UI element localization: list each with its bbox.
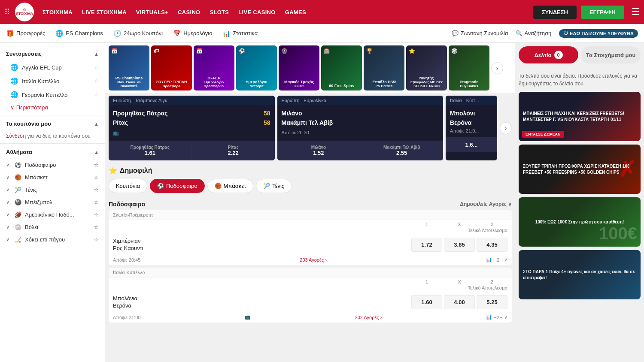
match-2-odds-2[interactable]: 5.25	[477, 295, 507, 309]
site-logo[interactable]: 🎲STOIXIMA	[15, 3, 34, 21]
odds-away-2[interactable]: Μακάμπι Τελ Αβίβ 2.55	[360, 141, 443, 160]
sidebar-sport-tennis[interactable]: ∨ 🎾 Τένις ☆	[0, 184, 105, 196]
promo-card-pragmatic[interactable]: 🎲 Pragmatic Buy Bonus	[449, 45, 489, 90]
match-1-odds: 1.72 3.85 4.35	[411, 238, 507, 252]
promo-card-nikitis[interactable]: ⭐ Νικητής Εβδομάδας ΜΕ C27 ΚΕΡΔΙΣΕ €6.30…	[406, 45, 447, 90]
my-bets-tab[interactable]: Τα Στοιχήματά μου	[581, 46, 641, 63]
fav-basketball[interactable]: ☆	[94, 174, 99, 181]
sports-header[interactable]: Αθλήματα ▲	[0, 145, 105, 159]
search-button[interactable]: 🔍 Αναζήτηση	[516, 30, 551, 36]
banner-ps-cta[interactable]: ΕΝΤΑΣΣΕ ΔΩΡΕΑΝ	[522, 131, 564, 138]
my-coupons-header[interactable]: Τα κουπόνια μου ▲	[0, 117, 105, 130]
subnav-calendar[interactable]: 📅 Ημερολόγιο	[173, 30, 212, 37]
promo-card-pschampions[interactable]: 📅 PS Champions Μαν. Γιουν. vs Νιούκαστλ	[109, 45, 149, 90]
nav-games[interactable]: GAMES	[285, 9, 306, 15]
subnav-offers[interactable]: 🎁 Προσφορές	[6, 30, 45, 37]
login-link[interactable]: Σύνδεση	[6, 133, 26, 139]
promo-card-freespins[interactable]: 🎰 60 Free Spins	[321, 45, 362, 90]
nav-live-casino[interactable]: LIVE CASINO	[238, 9, 275, 15]
betslip-label: Δελτίο	[534, 52, 551, 58]
favorite-icon-2[interactable]: ☆	[94, 78, 99, 84]
promo-card-battles[interactable]: 🏆 Έπαθλο PS5! PS Battles	[364, 45, 404, 90]
popular-markets-dropdown[interactable]: Δημοφιλείς Αγορές ∨	[460, 201, 512, 207]
subnav-stats[interactable]: 📊 Στατιστικά	[222, 30, 258, 37]
promo-banner-para1[interactable]: ΣΤΟ ΠΑΡΑ 1 Παίξε 4+ αγώνες και αν χάσεις…	[519, 250, 641, 299]
sidebar-sport-american-football[interactable]: ∨ 🏈 Αμερικάνικο Ποδό... ☆	[0, 208, 105, 221]
tab-basketball[interactable]: 🏀 Μπάσκετ	[207, 179, 254, 193]
sidebar-item-germany-cup[interactable]: 🌐 Γερμανία Κύπελλο ☆	[0, 88, 105, 102]
register-button[interactable]: ΕΓΓΡΑΦΗ	[581, 6, 624, 19]
team1-score: 58	[264, 110, 270, 117]
sidebar-sport-baseball[interactable]: ∨ 🎱 Μπέιζμπολ ☆	[0, 196, 105, 208]
sidebar-item-england-efl[interactable]: 🌐 Αγγλία EFL Cup ☆	[0, 60, 105, 74]
sidebar: Συντομεύσεις ▲ 🌐 Αγγλία EFL Cup ☆ 🌐 Ιταλ…	[0, 43, 105, 362]
nav-slots[interactable]: SLOTS	[210, 9, 229, 15]
live-matches-next-button[interactable]: ›	[500, 122, 512, 134]
sidebar-sport-football[interactable]: ∨ ⚽ Ποδόσφαιρο ☆	[0, 159, 105, 171]
favorite-icon-3[interactable]: ☆	[94, 92, 99, 98]
match-2-markets[interactable]: 202 Αγορές ›	[355, 315, 382, 320]
favorite-icon[interactable]: ☆	[94, 64, 99, 70]
fav-volleyball[interactable]: ☆	[94, 224, 99, 230]
sidebar-sport-hockey[interactable]: ∨ 🏒 Χόκεϊ επί πάγου ☆	[0, 233, 105, 246]
sidebar-sport-volleyball[interactable]: ∨ 🏐 Βόλεϊ ☆	[0, 221, 105, 233]
nav-stoixima[interactable]: ΣΤΟΙΧΗΜΑ	[43, 9, 73, 15]
match-2-h2h[interactable]: 📊 H2H ∨	[486, 314, 507, 320]
am-football-label: Αμερικάνικο Ποδό...	[25, 211, 74, 218]
match-1-h2h[interactable]: 📊 H2H ∨	[486, 257, 507, 262]
fav-am-football[interactable]: ☆	[94, 211, 99, 218]
grid-icon[interactable]: ⠿	[4, 7, 10, 17]
odds-home-3[interactable]: 1.6...	[446, 137, 497, 152]
sidebar-sport-basketball[interactable]: ∨ 🏀 Μπάσκετ ☆	[0, 171, 105, 184]
match-1-odds-x[interactable]: 3.85	[444, 238, 475, 252]
sidebar-divider-2	[0, 143, 105, 144]
promo-card-hmerologio[interactable]: ⚽ Ημερολόγιο Μετρητά	[236, 45, 277, 90]
sidebar-more-shortcuts[interactable]: ∨ Περισσότερα	[0, 102, 105, 113]
team1-name: Προμηθέας Πάτρας	[113, 110, 168, 117]
subnav-pschampions-label: PS Champions	[66, 30, 103, 36]
match-row-2: Ιταλία-Κυπέλλο 1 Χ 2 Τελικό Αποτελεσμα Μ…	[109, 268, 512, 323]
shortcuts-header[interactable]: Συντομεύσεις ▲	[0, 47, 105, 60]
promo-card-magic[interactable]: 🎡 Μαγικός Τροχός 3.000€	[279, 45, 319, 90]
globe-icon: 🌐	[55, 30, 64, 37]
promo-wheel-icon: 🎡	[281, 48, 288, 54]
match-2-odds-1[interactable]: 1.60	[411, 295, 442, 309]
live-chat-button[interactable]: 💬 Ζωντανή Συνομιλία	[452, 30, 508, 36]
promo-banner-triple[interactable]: ΣΟΥΠΕΡ ΤΡΙΠΛΗ ΠΡΟΣΦΟΡΑ ΧΩΡΙΣ ΚΑΤΑΘΕΣΗ 10…	[519, 145, 641, 194]
promo-next-button[interactable]: ›	[491, 62, 503, 74]
match-1-odds-2[interactable]: 4.35	[477, 238, 507, 252]
tab-tennis[interactable]: 🎾 Τένις	[256, 179, 292, 193]
match-2-team1: Μπολόνια	[113, 295, 408, 302]
tab-football[interactable]: ⚽ Ποδόσφαιρο	[150, 179, 205, 193]
betslip-tab[interactable]: Δελτίο 0	[519, 46, 578, 63]
login-button[interactable]: ΣΥΝΔΕΣΗ	[533, 6, 577, 19]
hamburger-icon[interactable]: ☰	[631, 6, 640, 18]
match-1-odds-1[interactable]: 1.72	[411, 238, 442, 252]
responsible-gaming-badge[interactable]: 🛡 ΕΑΩ ΠΑΙΖΟΥΜΕ ΥΠΕΥΘΥΝΑ	[559, 29, 638, 38]
promo-card-offer[interactable]: 📅 OFFER Ημερολόγιο Προσφορών	[194, 45, 234, 90]
nav-virtuals[interactable]: VIRTUALS+	[136, 9, 168, 15]
promo-card-supertriple[interactable]: 🏷 ΣΟΥΠΕΡ ΤΡΙΠΛΗ Προσφορά	[151, 45, 192, 90]
odds-away-1[interactable]: Ρίτας 2.22	[192, 141, 275, 160]
match-1-markets[interactable]: 203 Αγορές ›	[300, 257, 327, 262]
fav-tennis[interactable]: ☆	[94, 187, 99, 193]
football-tab-icon: ⚽	[157, 183, 164, 189]
baseball-sport-icon: 🎱	[15, 199, 21, 205]
basketball-sport-icon: 🏀	[15, 174, 21, 181]
promo-banner-ps[interactable]: ΜΠΑΙΝΕΙΣ ΣΤΗ ΜΑΧΗ ΚΑΙ ΚΕΡΔΙΖΕΙΣ FREEBETS…	[519, 92, 641, 141]
subnav-coupon24h[interactable]: 🕐 24ωρο Κουπόνι	[113, 30, 163, 37]
fav-baseball[interactable]: ☆	[94, 199, 99, 205]
result-label-2: Τελικό Αποτελεσμα	[113, 285, 507, 291]
match-2-odds-x[interactable]: 4.00	[444, 295, 475, 309]
odds-home-1[interactable]: Προμηθέας Πάτρας 1.61	[109, 141, 192, 160]
fav-football[interactable]: ☆	[94, 162, 99, 168]
promo-banner-100[interactable]: 100% ΕΩΣ 100€ Στην πρώτη σου κατάθεση! 1…	[519, 197, 641, 247]
tab-coupons[interactable]: Κουπόνια	[109, 179, 147, 193]
odds-home-2[interactable]: Μιλάνο 1.52	[277, 141, 361, 160]
subnav-pschampions[interactable]: 🌐 PS Champions	[55, 30, 103, 37]
fav-hockey[interactable]: ☆	[94, 236, 99, 243]
promo-soccer-icon: ⚽	[239, 48, 245, 54]
sidebar-item-italy-cup[interactable]: 🌐 Ιταλία Κυπέλλο ☆	[0, 74, 105, 88]
nav-casino[interactable]: CASINO	[178, 9, 200, 15]
nav-live-stoixima[interactable]: LIVE ΣΤΟΙΧΗΜΑ	[82, 9, 127, 15]
